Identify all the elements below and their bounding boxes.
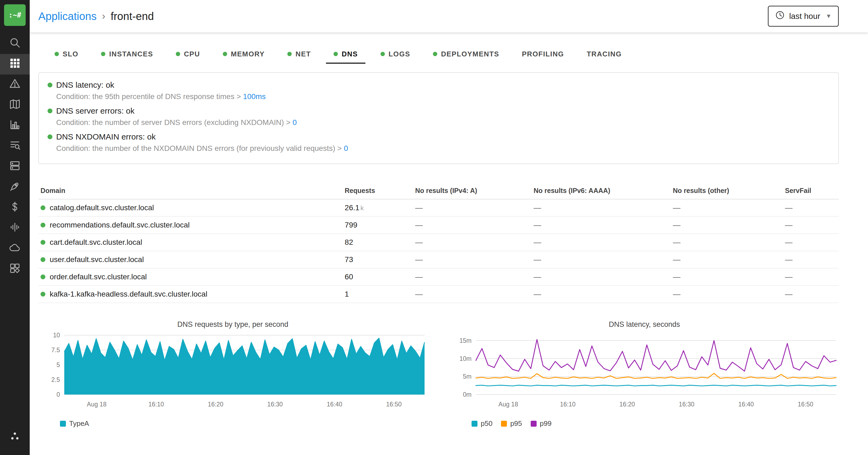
tab-label: NET [296,50,311,58]
coroot-logo[interactable]: :~# [4,4,26,26]
check-threshold-link[interactable]: 0 [344,144,348,153]
sidebar-item-cloud[interactable] [0,238,30,259]
ipv6-value: — [531,286,671,303]
check-threshold-link[interactable]: 100ms [243,92,266,101]
table-row[interactable]: kafka-1.kafka-headless.default.svc.clust… [38,286,839,303]
svg-text:16:40: 16:40 [327,401,342,408]
ipv4-value: — [413,286,531,303]
clock-icon [775,10,785,22]
breadcrumb: Applications › front-end [38,10,154,23]
status-dot [40,240,45,245]
domain-name: order.default.svc.cluster.local [50,272,147,281]
ipv4-value: — [413,199,531,217]
legend-item-p50[interactable]: p50 [471,419,492,428]
tab-logs[interactable]: LOGS [373,45,418,64]
svg-text:16:30: 16:30 [679,401,694,408]
breadcrumb-applications[interactable]: Applications [38,10,97,23]
table-row[interactable]: catalog.default.svc.cluster.local 26.1k … [38,199,839,217]
dns-status-card: DNS latency: ok Condition: the 95th perc… [38,72,839,164]
svg-text:16:10: 16:10 [148,401,164,408]
check-title: DNS latency: ok [56,80,114,90]
status-dot [287,52,292,56]
ipv4-value: — [413,217,531,234]
tab-tracing[interactable]: TRACING [579,45,629,64]
sidebar-item-deployments[interactable] [0,177,30,198]
tab-instances[interactable]: INSTANCES [93,45,161,64]
charts-section: DNS requests by type, per second 02.557.… [38,320,839,428]
sidebar-item-search[interactable] [0,33,30,54]
table-row[interactable]: cart.default.svc.cluster.local 82 — — — … [38,234,839,251]
col-servfail: ServFail [783,183,839,199]
requests-value: 799 [345,221,357,229]
tab-slo[interactable]: SLO [47,45,86,64]
status-dot [40,292,45,297]
servfail-value: — [783,199,839,217]
status-dot [48,108,52,113]
tab-label: DNS [342,50,358,58]
svg-text:Aug 18: Aug 18 [87,401,107,408]
legend-swatch [501,421,507,427]
cluster-dots-icon [9,430,21,444]
alert-triangle-icon [9,78,21,92]
ipv6-value: — [531,217,671,234]
sidebar-item-nodes[interactable] [0,157,30,177]
svg-text:16:50: 16:50 [798,401,813,408]
tab-label: MEMORY [231,50,265,58]
dns-domains-table: Domain Requests No results (IPv4: A) No … [38,183,839,303]
check-title: DNS server errors: ok [56,106,134,116]
col-domain: Domain [38,183,342,199]
svg-text:2.5: 2.5 [51,376,60,383]
col-no-results-ipv4: No results (IPv4: A) [413,183,531,199]
chart-title: DNS latency, seconds [450,320,839,329]
legend-item-p95[interactable]: p95 [501,419,522,428]
tab-cpu[interactable]: CPU [168,45,208,64]
servfail-value: — [783,286,839,303]
logo-text: :~# [9,11,21,19]
time-range-picker[interactable]: last hour ▼ [768,6,839,27]
table-row[interactable]: user.default.svc.cluster.local 73 — — — … [38,251,839,268]
tab-memory[interactable]: MEMORY [215,45,273,64]
legend-label: TypeA [69,419,89,428]
sidebar-item-applications[interactable] [0,54,30,74]
sidebar-item-incidents[interactable] [0,74,30,95]
legend-item-p99[interactable]: p99 [531,419,552,428]
time-range-label: last hour [789,11,820,21]
sidebar-item-widgets[interactable] [0,259,30,280]
table-row[interactable]: order.default.svc.cluster.local 60 — — —… [38,268,839,286]
ipv6-value: — [531,268,671,286]
requests-value: 73 [345,255,353,264]
nodes-icon [9,160,21,174]
tab-label: TRACING [587,50,622,58]
tab-net[interactable]: NET [280,45,318,64]
check-threshold-link[interactable]: 0 [292,118,297,127]
other-value: — [671,234,783,251]
legend-swatch [531,421,537,427]
status-dot [40,257,45,262]
legend-item-typea[interactable]: TypeA [60,419,89,428]
bar-chart-icon [9,119,21,133]
sidebar-item-service-map[interactable] [0,95,30,116]
other-value: — [671,251,783,268]
tab-label: SLO [63,50,78,58]
sidebar-item-traces[interactable] [0,218,30,238]
tab-deployments[interactable]: DEPLOYMENTS [425,45,507,64]
status-dot [223,52,227,56]
sidebar-item-dashboards-charts[interactable] [0,116,30,136]
check-dns-latency: DNS latency: ok Condition: the 95th perc… [48,80,830,101]
requests-value: 60 [345,272,353,281]
col-no-results-other: No results (other) [671,183,783,199]
tab-profiling[interactable]: PROFILING [514,45,571,64]
servfail-value: — [783,268,839,286]
tab-dns[interactable]: DNS [326,45,365,64]
svg-text:15m: 15m [459,337,471,344]
legend-swatch [60,421,66,427]
table-row[interactable]: recommendations.default.svc.cluster.loca… [38,217,839,234]
check-condition: Condition: the number of server DNS erro… [56,118,290,127]
legend-label: p50 [481,419,492,428]
sidebar-item-costs[interactable] [0,198,30,218]
map-icon [9,98,21,112]
sidebar-item-cluster[interactable] [0,427,30,448]
svg-text:0m: 0m [463,391,471,398]
sidebar-item-logs[interactable] [0,136,30,157]
svg-text:0: 0 [57,391,60,398]
